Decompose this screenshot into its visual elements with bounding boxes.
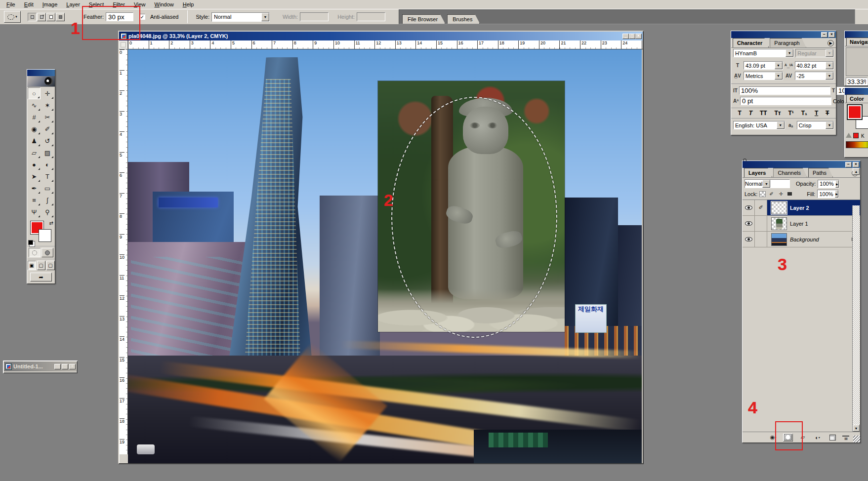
standard-screen-button[interactable]: ▣ bbox=[28, 261, 36, 270]
dropdown-arrow-icon[interactable]: ▼ bbox=[826, 62, 833, 69]
swap-colors-icon[interactable]: ⇄ bbox=[49, 220, 53, 226]
baseline-shift-input[interactable] bbox=[740, 97, 831, 105]
layer-name[interactable]: Layer 1 bbox=[790, 221, 808, 227]
lock-position-icon[interactable]: ✛ bbox=[777, 191, 785, 198]
document-titlebar[interactable]: pla04048.jpg @ 33,3% (Layer 2, CMYK) _ □… bbox=[119, 32, 643, 40]
tool-button[interactable]: Ψ bbox=[28, 206, 41, 218]
intersect-selection-button[interactable] bbox=[56, 13, 65, 21]
subtract-from-selection-button[interactable] bbox=[46, 13, 55, 21]
tab-character[interactable]: Character bbox=[733, 38, 769, 47]
color-titlebar[interactable] bbox=[845, 88, 868, 95]
close-button[interactable]: × bbox=[69, 364, 76, 369]
layers-titlebar[interactable]: − × bbox=[743, 161, 860, 168]
lock-transparency-icon[interactable] bbox=[759, 191, 766, 197]
layer-name[interactable]: Layer 2 bbox=[790, 205, 809, 211]
layer-row-layer1[interactable]: Layer 1 bbox=[743, 216, 860, 232]
minimize-button[interactable]: − bbox=[845, 162, 852, 167]
width-input[interactable] bbox=[300, 12, 329, 21]
character-panel-titlebar[interactable]: − × bbox=[731, 31, 836, 38]
slider-arrow-icon[interactable]: ▶ bbox=[835, 190, 839, 198]
maximize-button[interactable]: □ bbox=[62, 364, 68, 369]
tool-preset-picker[interactable]: ▾ bbox=[4, 11, 21, 23]
layer-thumbnail[interactable] bbox=[771, 233, 787, 246]
close-button[interactable]: × bbox=[853, 162, 859, 167]
faux-style-button[interactable]: T¹ bbox=[787, 110, 795, 117]
background-color-swatch[interactable] bbox=[39, 230, 51, 241]
tool-button[interactable]: ● bbox=[28, 159, 41, 170]
blend-mode-dropdown[interactable]: Normal ▼ bbox=[744, 179, 790, 188]
minimize-button[interactable]: − bbox=[821, 32, 827, 38]
faux-style-button[interactable]: Tᴛ bbox=[773, 110, 782, 117]
fill-field[interactable]: 100% ▶ bbox=[817, 190, 839, 198]
close-button[interactable]: × bbox=[635, 34, 642, 39]
layer-thumbnail[interactable] bbox=[771, 201, 787, 214]
tab-channels[interactable]: Channels bbox=[773, 168, 807, 177]
new-selection-button[interactable] bbox=[28, 13, 37, 21]
tab-navigator[interactable]: Navigat bbox=[846, 38, 868, 46]
new-layer-button[interactable] bbox=[827, 434, 837, 441]
tool-button[interactable]: ▨ bbox=[41, 147, 54, 159]
minimize-button[interactable]: _ bbox=[622, 34, 629, 39]
tracking-dropdown[interactable]: -25 ▼ bbox=[795, 72, 834, 80]
tool-button[interactable]: ♟ bbox=[28, 135, 41, 147]
leading-dropdown[interactable]: 40.82 pt ▼ bbox=[795, 61, 834, 70]
panel-menu-button[interactable]: ▶ bbox=[827, 40, 834, 46]
tool-button[interactable]: T bbox=[41, 170, 54, 182]
tool-button[interactable]: ↺ bbox=[41, 135, 54, 147]
tool-button[interactable]: ≡ bbox=[28, 194, 41, 206]
menu-item[interactable]: Window bbox=[150, 0, 178, 8]
layer-name[interactable]: Background bbox=[790, 237, 819, 242]
faux-style-button[interactable]: T bbox=[748, 110, 753, 117]
tool-button[interactable]: ✶ bbox=[41, 99, 54, 111]
dropdown-arrow-icon[interactable]: ▼ bbox=[785, 49, 793, 57]
dropdown-arrow-icon[interactable]: ▼ bbox=[777, 121, 785, 129]
dropdown-arrow-icon[interactable]: ▼ bbox=[826, 121, 833, 129]
navigator-zoom-input[interactable] bbox=[846, 78, 868, 85]
edit-indicator[interactable]: ✐ bbox=[755, 200, 767, 215]
faux-style-button[interactable]: TT bbox=[759, 110, 768, 117]
link-toggle[interactable] bbox=[755, 216, 767, 231]
anti-alias-dropdown[interactable]: Crisp ▼ bbox=[797, 121, 834, 129]
maximize-button[interactable]: □ bbox=[629, 34, 635, 39]
resize-grip[interactable] bbox=[853, 436, 860, 442]
dropdown-arrow-icon[interactable]: ▼ bbox=[775, 72, 783, 80]
delete-layer-button[interactable]: ıııı bbox=[842, 436, 849, 441]
kerning-dropdown[interactable]: Metrics ▼ bbox=[744, 72, 783, 80]
color-ramp[interactable] bbox=[846, 141, 868, 148]
menu-item[interactable]: Image bbox=[38, 0, 62, 8]
tool-button[interactable]: ▱ bbox=[28, 147, 41, 159]
dropdown-arrow-icon[interactable]: ▼ bbox=[261, 13, 269, 21]
scroll-up-button[interactable]: ▲ bbox=[853, 168, 860, 175]
tool-button[interactable]: ◉ bbox=[28, 123, 41, 135]
dropdown-arrow-icon[interactable]: ▼ bbox=[826, 72, 833, 80]
navigator-titlebar[interactable] bbox=[845, 31, 868, 38]
layer-row-background[interactable]: Background bbox=[743, 232, 860, 247]
fullscreen-button[interactable]: ▢ bbox=[46, 261, 55, 270]
menu-item[interactable]: Help bbox=[178, 0, 199, 8]
layer-thumbnail[interactable] bbox=[771, 217, 787, 230]
foreground-color-swatch[interactable] bbox=[848, 105, 862, 119]
tool-button[interactable]: ▭ bbox=[41, 182, 54, 194]
faux-style-button[interactable]: T bbox=[814, 110, 819, 117]
tool-button[interactable]: ⚲ bbox=[41, 206, 54, 218]
layers-scrollbar[interactable]: ▲ ▼ bbox=[852, 205, 860, 432]
tool-button[interactable]: ◐ bbox=[41, 159, 54, 170]
add-to-selection-button[interactable] bbox=[37, 13, 46, 21]
vertical-scale-input[interactable] bbox=[739, 86, 830, 95]
menu-item[interactable]: File bbox=[2, 0, 20, 8]
lock-paint-icon[interactable]: ✐ bbox=[768, 191, 775, 198]
tool-button[interactable]: ○ bbox=[28, 87, 41, 99]
visibility-toggle[interactable] bbox=[743, 200, 755, 215]
tab-paths[interactable]: Paths bbox=[808, 168, 833, 177]
tab-color[interactable]: Color bbox=[846, 94, 868, 103]
height-input[interactable] bbox=[357, 12, 385, 21]
jump-to-imageready-button[interactable]: ➦ bbox=[30, 273, 52, 281]
toolbox-titlebar[interactable] bbox=[27, 70, 55, 76]
faux-style-button[interactable]: Ŧ bbox=[825, 110, 830, 117]
quick-mask-mode-button[interactable] bbox=[41, 248, 53, 257]
tool-button[interactable]: ✐ bbox=[41, 123, 54, 135]
close-button[interactable]: × bbox=[828, 32, 835, 38]
gamut-color-chip[interactable] bbox=[853, 133, 859, 138]
tool-button[interactable]: ∫ bbox=[41, 194, 54, 206]
tab-paragraph[interactable]: Paragraph bbox=[770, 38, 806, 47]
